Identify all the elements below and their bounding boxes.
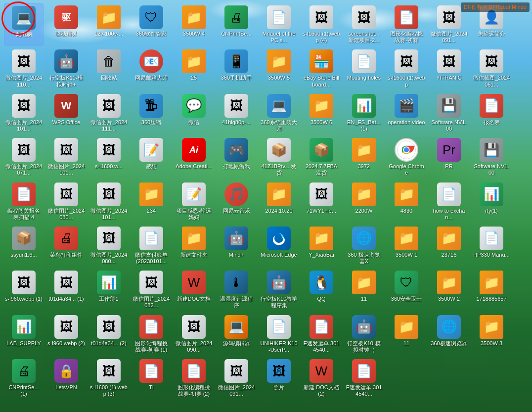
desktop-icon-3500w3[interactable]: 📁3500W 3: [472, 313, 511, 355]
desktop-icon-lab_supply[interactable]: 📊LAB_SUPPLY: [4, 313, 44, 355]
desktop-icon-recycle[interactable]: 🗑回收站: [89, 47, 129, 90]
desktop-icon-t01d4a2[interactable]: 🖼t01d4a34... (2): [89, 313, 129, 355]
desktop-icon-num23716[interactable]: 📁23716: [429, 225, 469, 267]
desktop-icon-mindplus_app[interactable]: 🤖Mind+: [217, 225, 256, 267]
desktop-icon-unihiker[interactable]: 📄UNIHIKER K10-UserP...: [259, 313, 299, 355]
desktop-icon-ti[interactable]: 📄TI: [132, 357, 171, 399]
desktop-icon-41z1bptv[interactable]: 📦41Z1BPtv... 发货: [259, 136, 299, 178]
desktop-icon-software_nv2[interactable]: 💾Software NV1.00: [472, 136, 511, 178]
desktop-icon-wechat_pic6[interactable]: 🖼微信图片_2024101...: [46, 136, 86, 178]
desktop-icon-wechat_pic2[interactable]: 🖼微信图片_2024110...: [4, 47, 44, 90]
desktop-icon-source_editor[interactable]: 💻源码编辑器: [217, 313, 256, 355]
desktop-icon-num3972[interactable]: 📁3972: [344, 136, 384, 178]
desktop-icon-360speed[interactable]: 🌐360 极速浏览器X: [344, 225, 384, 267]
desktop-icon-hangkong1[interactable]: 🤖行空板K10-模拟时钟+: [46, 47, 86, 90]
desktop-icon-cnprint1[interactable]: 🖨CNPrintSe...: [217, 3, 256, 46]
desktop-icon-screenshot[interactable]: 🖼screenshot... 新建项目-2...: [344, 3, 384, 46]
desktop-icon-operation_video[interactable]: 🎬operation video: [387, 92, 426, 134]
desktop-icon-3500w6[interactable]: 📁3500W 6: [302, 92, 341, 134]
desktop-icon-3500w2[interactable]: 📁3500W 2: [429, 269, 469, 311]
desktop-icon-new_folder1[interactable]: 📁新建文件夹: [174, 225, 214, 267]
desktop-icon-ganxiang[interactable]: 📝感想: [132, 136, 171, 178]
desktop-icon-wechat_pic3[interactable]: 🖼微信图片_2024101...: [4, 92, 44, 134]
desktop-icon-pr[interactable]: PrPR: [429, 136, 469, 178]
desktop-icon-tubianhua1[interactable]: 📄图形化编程挑战赛-初赛: [387, 3, 426, 46]
desktop-icon-41hig[interactable]: 🖼41hig80p-...: [217, 92, 256, 134]
desktop-icon-mind_game[interactable]: 🎮打地鼠游戏: [217, 136, 256, 178]
desktop-icon-express2[interactable]: 📄E速发运单 3014540...: [344, 357, 384, 399]
desktop-icon-360zip[interactable]: 🗜360压缩: [132, 92, 171, 134]
desktop-icon-hangkong2[interactable]: 🤖行空板K10教学程序集: [259, 269, 299, 311]
desktop-icon-work1[interactable]: 📊工作薄1: [89, 269, 129, 311]
desktop-icon-ebay[interactable]: 🏪eBay Store Billboard...: [302, 47, 341, 90]
desktop-icon-cainiao[interactable]: 🖨菜鸟打印组件: [46, 225, 86, 267]
desktop-icon-photos[interactable]: 🖼照片: [259, 357, 299, 399]
desktop-icon-sl1600_1[interactable]: 🖼s-l1600 (1).webp (4): [302, 3, 341, 46]
desktop-icon-wechat_pic8[interactable]: 🖼微信图片_2024101...: [89, 181, 129, 223]
desktop-icon-3500w1[interactable]: 📁3500W 1: [387, 225, 426, 267]
desktop-icon-t01d4a1[interactable]: 🖼t01d4a34... (1): [46, 269, 86, 311]
desktop-icon-wangyi_email[interactable]: 📧网易邮箱大师: [132, 47, 171, 90]
desktop-icon-xiaobai[interactable]: 📁Y_XiaoBai: [302, 225, 341, 267]
desktop-icon-wechat_pic10[interactable]: 🖼微信图片_2024082...: [132, 269, 171, 311]
desktop-icon-wechat_pic7[interactable]: 🖼微信图片_2024080...: [46, 181, 86, 223]
desktop-icon-edge[interactable]: Microsoft Edge: [259, 225, 299, 267]
desktop-icon-wechat_pic9[interactable]: 🖼微信图片_2024080...: [89, 225, 129, 267]
desktop-icon-num25[interactable]: 📁25: [174, 47, 214, 90]
desktop-icon-sl960_2[interactable]: 🖼s-l960.webp (2): [46, 313, 86, 355]
desktop-icon-wechat_pic11[interactable]: 🖼微信图片_2024090...: [174, 313, 214, 355]
desktop-icon-12v100v[interactable]: 📁12v-100v-...: [89, 3, 129, 46]
desktop-icon-360speed2[interactable]: 🌐360极速浏览器: [429, 313, 469, 355]
desktop-icon-how_exchange[interactable]: 📄how to exchan...: [429, 181, 469, 223]
desktop-icon-software_nv1[interactable]: 💾Software NV1.00: [429, 92, 469, 134]
desktop-icon-biancheng_register[interactable]: 📄编程闯关报名表扫描 4: [4, 181, 44, 223]
desktop-icon-sl1600_2[interactable]: 🖼s-l1600 (1).webp: [387, 47, 426, 90]
desktop-icon-ssyun[interactable]: 📦ssyun1.6...: [4, 225, 44, 267]
desktop-icon-mouting[interactable]: 📄Mouting holes: [344, 47, 384, 90]
desktop-icon-hangkong3[interactable]: 🤖行空板K10-模拟时钟（: [344, 313, 384, 355]
desktop-icon-fba2024[interactable]: 📦2024.7.7FBA 发货: [302, 136, 341, 178]
desktop-icon-num11_2[interactable]: 📁11: [387, 313, 426, 355]
desktop-icon-wps[interactable]: WWPS Office: [46, 92, 86, 134]
desktop-icon-qq[interactable]: 🐧QQ: [302, 269, 341, 311]
desktop-icon-wangyi_music[interactable]: 🎵网易云音乐: [217, 181, 256, 223]
desktop-icon-360reinstall[interactable]: 💻360系统重装大师: [259, 92, 299, 134]
desktop-icon-driver[interactable]: 驱驱动精灵: [46, 3, 86, 46]
desktop-icon-360phone[interactable]: 📱360手机助手: [217, 47, 256, 90]
desktop-icon-temp_logger[interactable]: 🌡温湿度计源程序: [217, 269, 256, 311]
desktop-icon-num4830[interactable]: 📁4830: [387, 181, 426, 223]
desktop-icon-computer[interactable]: 💻此电脑: [4, 3, 44, 46]
desktop-icon-adobe[interactable]: AiAdobe Creati...: [174, 136, 214, 178]
desktop-icon-google_chrome[interactable]: Google Chrome: [387, 136, 426, 178]
desktop-icon-cnprint2[interactable]: 🖨CNPrintSe... (1): [4, 357, 44, 399]
desktop-icon-wechat_pic5[interactable]: 🖼微信图片_2024071...: [4, 136, 44, 178]
desktop-icon-tubianhua2[interactable]: 📄图形化编程挑战赛-初赛 (1): [132, 313, 171, 355]
desktop-icon-tubianhua3[interactable]: 📄图形化编程挑战赛-初赛 (2): [174, 357, 214, 399]
desktop-icon-wechat_pic4[interactable]: 🖼微信图片_2024111...: [89, 92, 129, 134]
desktop-icon-3500w5[interactable]: 📁3500W 5: [259, 47, 299, 90]
desktop-icon-2200w[interactable]: 📁2200W: [344, 181, 384, 223]
desktop-icon-rty1[interactable]: 📊rty(1): [472, 181, 511, 223]
desktop-icon-71wy1[interactable]: 🖼71WY1+le...: [302, 181, 341, 223]
desktop-icon-project_feeling[interactable]: 📝项目感恩-静远妈妈: [174, 181, 214, 223]
desktop-icon-baoming[interactable]: 📄报名表: [472, 92, 511, 134]
desktop-icon-date2024[interactable]: 📁2024.10.20: [259, 181, 299, 223]
desktop-icon-num1718[interactable]: 📁1718885657: [472, 269, 511, 311]
desktop-icon-wechat_app[interactable]: 💬微信: [174, 92, 214, 134]
desktop-icon-enles_bat[interactable]: 📊EN_ES_Bat...(1): [344, 92, 384, 134]
desktop-icon-3500w4[interactable]: 📁3500W 4: [174, 3, 214, 46]
desktop-icon-num11_1[interactable]: 📁11: [344, 269, 384, 311]
desktop-icon-sl960_1[interactable]: 🖼s-l960.webp (1): [4, 269, 44, 311]
desktop-icon-manual[interactable]: 📄Mnauel of the PC s...: [259, 3, 299, 46]
desktop-icon-hp330[interactable]: 📄HP330 Manu...: [472, 225, 511, 267]
desktop-icon-letsvpn[interactable]: 🔒LetsVPN: [46, 357, 86, 399]
desktop-icon-360safe[interactable]: 🛡360安全卫士: [387, 269, 426, 311]
desktop-icon-wechat_pay[interactable]: 📄微信支付账单 (20230101...: [132, 225, 171, 267]
desktop-icon-360mgr[interactable]: 🛡360软件管家: [132, 3, 171, 46]
desktop-icon-yitranic[interactable]: 🖼YITRANIC: [429, 47, 469, 90]
desktop-icon-new_doc1[interactable]: W新建DOC文档: [174, 269, 214, 311]
desktop-icon-wechat_cut1[interactable]: 🖼微信截图_2024061...: [472, 47, 511, 90]
desktop-icon-new_doc2[interactable]: W新建 DOC文档 (2): [302, 357, 341, 399]
desktop-icon-sl1600w[interactable]: 🖼s-l1600.w...: [89, 136, 129, 178]
desktop-icon-express1[interactable]: 📄E速发运单 3014540...: [302, 313, 341, 355]
